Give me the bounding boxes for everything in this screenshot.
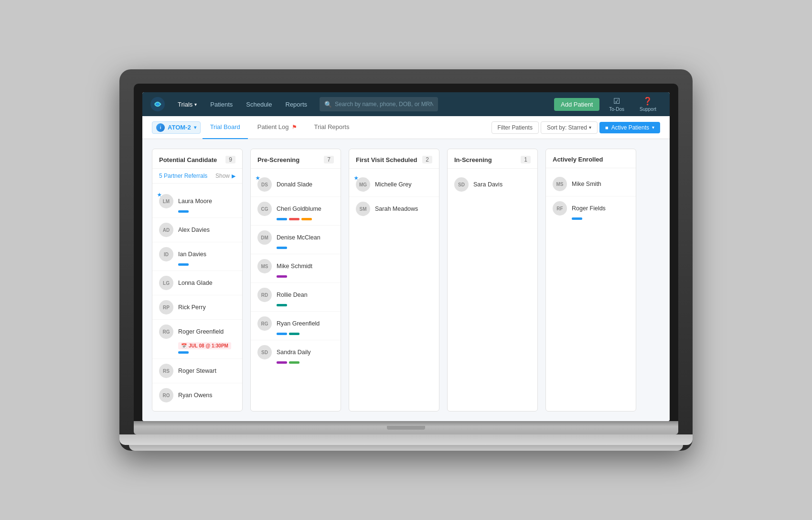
support-icon: ❓ xyxy=(643,97,652,106)
avatar: RS xyxy=(159,364,173,378)
patient-name: Roger Stewart xyxy=(178,368,216,374)
patient-card[interactable]: MGMichelle Grey xyxy=(349,173,439,197)
avatar: RP xyxy=(159,300,173,314)
column-body-first-visit-scheduled: MGMichelle GreySMSarah Meadows xyxy=(349,169,439,225)
search-bar[interactable]: 🔍 xyxy=(320,97,438,111)
patient-card[interactable]: LMLaura Moore xyxy=(152,189,242,218)
patient-name: Roger Greenfield xyxy=(178,328,224,335)
patient-card[interactable]: RORyan Owens xyxy=(152,383,242,407)
patient-name: Rollie Dean xyxy=(277,292,308,298)
patient-name: Laura Moore xyxy=(178,198,212,205)
patient-card[interactable]: RPRick Perry xyxy=(152,295,242,320)
column-count-first-visit-scheduled: 2 xyxy=(422,156,432,163)
avatar: MG xyxy=(356,177,370,192)
trial-badge[interactable]: i ATOM-2 ▾ xyxy=(152,121,201,134)
partner-referrals-row[interactable]: 5 Partner Referrals Show ▶ xyxy=(152,169,242,184)
nav-schedule[interactable]: Schedule xyxy=(241,92,277,116)
avatar: ID xyxy=(159,247,173,261)
column-body-pre-screening: DSDonald SladeCGCheri GoldblumeDMDenise … xyxy=(251,169,341,372)
patient-card[interactable]: RGRoger Greenfield📅JUL 08 @ 1:30PM xyxy=(152,320,242,359)
tag-red xyxy=(289,218,299,220)
patient-card[interactable]: DSDonald Slade xyxy=(251,173,341,197)
column-first-visit-scheduled: First Visit Scheduled2MGMichelle GreySMS… xyxy=(349,149,439,412)
patient-name: Roger Fields xyxy=(572,205,606,212)
tag-blue xyxy=(178,351,189,354)
column-potential-candidate: Potential Candidate9 5 Partner Referrals… xyxy=(152,149,243,412)
tag-green xyxy=(289,361,299,364)
sort-button[interactable]: Sort by: Starred ▾ xyxy=(541,121,598,134)
partner-referrals-label: 5 Partner Referrals xyxy=(159,173,207,179)
tag-row xyxy=(257,275,334,278)
todos-button[interactable]: ☑ To-Dos xyxy=(603,97,630,112)
column-header-potential-candidate: Potential Candidate9 xyxy=(152,149,242,169)
sort-dropdown-arrow: ▾ xyxy=(589,125,591,130)
patient-name: Ian Davies xyxy=(178,251,206,258)
nav-trials[interactable]: Trials ▾ xyxy=(173,92,202,116)
avatar: RF xyxy=(553,201,567,216)
patient-name: Michelle Grey xyxy=(375,181,411,188)
column-body-potential-candidate: LMLaura MooreADAlex DaviesIDIan DaviesLG… xyxy=(152,185,242,411)
patient-card[interactable]: MSMike Schmidt xyxy=(251,254,341,283)
patient-card[interactable]: MSMike Smith xyxy=(546,172,636,196)
patient-card[interactable]: SMSarah Meadows xyxy=(349,197,439,221)
patient-card[interactable]: LGLonna Glade xyxy=(152,271,242,295)
patient-card[interactable]: ADAlex Davies xyxy=(152,218,242,242)
tag-orange xyxy=(301,218,312,220)
patient-name: Mike Smith xyxy=(572,181,601,187)
column-body-actively-enrolled: MSMike SmithRFRoger Fields xyxy=(546,168,636,228)
active-patients-button[interactable]: ■ Active Patients ▾ xyxy=(599,122,660,133)
logo xyxy=(150,97,165,112)
avatar: CG xyxy=(257,202,272,216)
tag-teal xyxy=(277,304,287,306)
support-button[interactable]: ❓ Support xyxy=(634,97,662,112)
patient-card[interactable]: RDRollie Dean xyxy=(251,283,341,312)
navbar: Trials ▾ Patients Schedule Reports 🔍 xyxy=(142,92,670,116)
avatar: RG xyxy=(159,325,173,339)
svg-point-1 xyxy=(156,103,159,106)
patient-name: Cheri Goldblume xyxy=(277,206,321,212)
add-patient-button[interactable]: Add Patient xyxy=(554,98,599,111)
patient-name: Denise McClean xyxy=(277,234,321,241)
search-icon: 🔍 xyxy=(324,101,332,108)
patient-card[interactable]: DMDenise McClean xyxy=(251,226,341,254)
kanban-board: Potential Candidate9 5 Partner Referrals… xyxy=(142,139,670,421)
column-title-actively-enrolled: Actively Enrolled xyxy=(553,156,603,163)
patient-card[interactable]: RFRoger Fields xyxy=(546,196,636,225)
tag-purple xyxy=(277,361,287,364)
nav-reports[interactable]: Reports xyxy=(281,92,312,116)
tag-teal xyxy=(289,333,299,335)
patient-card[interactable]: RGRyan Greenfield xyxy=(251,312,341,340)
tag-blue xyxy=(277,247,287,249)
tab-patient-log[interactable]: Patient Log ⚑ xyxy=(250,116,305,139)
tag-blue xyxy=(277,333,287,335)
patient-card[interactable]: RSRoger Stewart xyxy=(152,359,242,383)
filter-patients-button[interactable]: Filter Patients xyxy=(491,121,539,134)
column-actively-enrolled: Actively EnrolledMSMike SmithRFRoger Fie… xyxy=(545,149,636,412)
partner-referrals-show[interactable]: Show ▶ xyxy=(215,173,235,179)
column-title-in-screening: In-Screening xyxy=(454,156,492,163)
tag-blue xyxy=(572,217,582,220)
column-title-first-visit-scheduled: First Visit Scheduled xyxy=(356,156,417,163)
avatar: RO xyxy=(159,388,173,402)
patient-card[interactable]: SDSandra Daily xyxy=(251,340,341,368)
patient-name: Donald Slade xyxy=(277,181,312,188)
tag-row xyxy=(553,217,629,220)
column-title-pre-screening: Pre-Screening xyxy=(257,156,299,163)
trial-icon: i xyxy=(156,123,165,132)
patient-card[interactable]: IDIan Davies xyxy=(152,242,242,271)
trial-dropdown-arrow: ▾ xyxy=(194,125,196,130)
patient-card[interactable]: SDSara Davis xyxy=(448,173,537,196)
avatar: MS xyxy=(553,177,567,191)
patient-card[interactable]: CGCheri Goldblume xyxy=(251,197,341,226)
appointment-badge: 📅JUL 08 @ 1:30PM xyxy=(178,342,231,349)
search-input[interactable] xyxy=(335,101,433,108)
nav-patients[interactable]: Patients xyxy=(205,92,237,116)
patient-name: Lonna Glade xyxy=(178,280,213,286)
tab-trial-reports[interactable]: Trial Reports xyxy=(307,116,357,139)
avatar: LG xyxy=(159,276,173,290)
avatar: RD xyxy=(257,288,272,302)
tag-purple xyxy=(277,275,287,278)
tab-trial-board[interactable]: Trial Board xyxy=(203,116,248,139)
column-pre-screening: Pre-Screening7DSDonald SladeCGCheri Gold… xyxy=(250,149,341,412)
tag-row xyxy=(257,218,334,220)
